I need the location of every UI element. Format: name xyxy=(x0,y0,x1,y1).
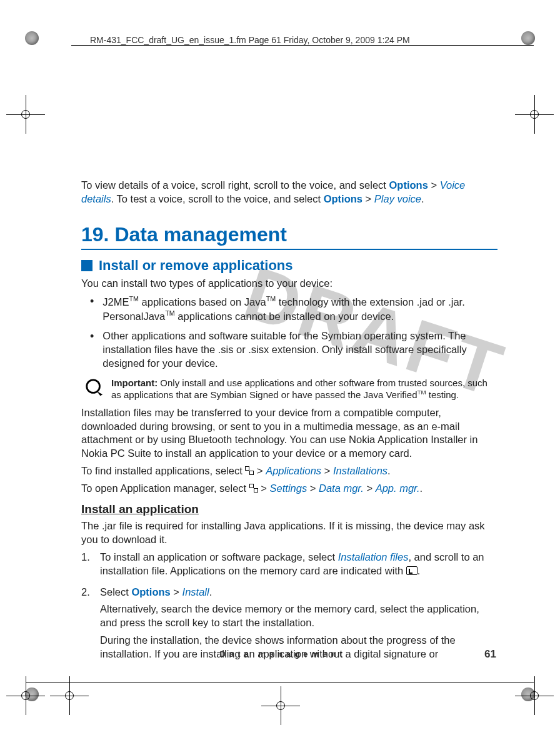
page-number: 61 xyxy=(484,648,496,661)
subsection-title: Install an application xyxy=(81,501,498,517)
options-label: Options xyxy=(131,586,170,598)
body-text: The .jar file is required for installing… xyxy=(81,519,498,547)
section-bullet-icon xyxy=(81,260,92,271)
section-title: Install or remove applications xyxy=(99,256,293,274)
body-text: To find installed applications, select >… xyxy=(81,464,498,478)
intro-paragraph: To view details of a voice, scroll right… xyxy=(81,179,498,206)
installations-label: Installations xyxy=(333,465,388,476)
important-icon xyxy=(85,378,104,397)
settings-label: Settings xyxy=(270,482,308,494)
body-text: To open Application manager, select > Se… xyxy=(81,482,498,496)
app-mgr-label: App. mgr. xyxy=(376,482,420,494)
menu-icon xyxy=(249,484,258,492)
list-item: Other applications and software suitable… xyxy=(81,329,498,370)
body-text: Installation files may be transferred to… xyxy=(81,406,498,461)
crop-header-text: RM-431_FCC_draft_UG_en_issue_1.fm Page 6… xyxy=(90,35,410,45)
bullet-list: J2METM applications based on JavaTM tech… xyxy=(81,294,498,371)
body-text: You can install two types of application… xyxy=(81,277,498,291)
list-item: J2METM applications based on JavaTM tech… xyxy=(81,294,498,324)
chapter-title: 19. Data management xyxy=(81,221,498,248)
svg-point-0 xyxy=(87,380,100,393)
menu-icon xyxy=(245,466,254,475)
important-note: Important: Only install and use applicat… xyxy=(81,377,498,401)
section-heading: Install or remove applications xyxy=(81,256,498,274)
options-label: Options xyxy=(324,193,362,204)
install-label: Install xyxy=(182,586,209,598)
memory-card-icon xyxy=(406,566,418,575)
page-footer: Data management 61 xyxy=(81,648,498,661)
options-label: Options xyxy=(389,179,428,191)
page-content: DRAFT To view details of a voice, scroll… xyxy=(81,80,498,661)
footer-section-name: Data management xyxy=(81,649,484,659)
list-item: 1. To install an application or software… xyxy=(81,551,498,582)
play-voice-label: Play voice xyxy=(374,193,421,204)
applications-label: Applications xyxy=(266,465,321,476)
data-mgr-label: Data mgr. xyxy=(319,482,364,494)
installation-files-label: Installation files xyxy=(338,551,409,562)
